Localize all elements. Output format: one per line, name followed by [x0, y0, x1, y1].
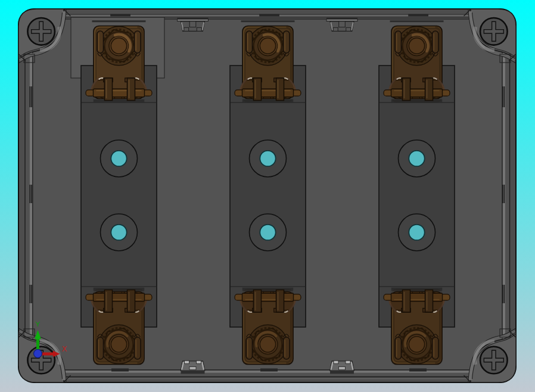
- svg-text:Y: Y: [36, 321, 41, 328]
- svg-text:X: X: [62, 345, 67, 353]
